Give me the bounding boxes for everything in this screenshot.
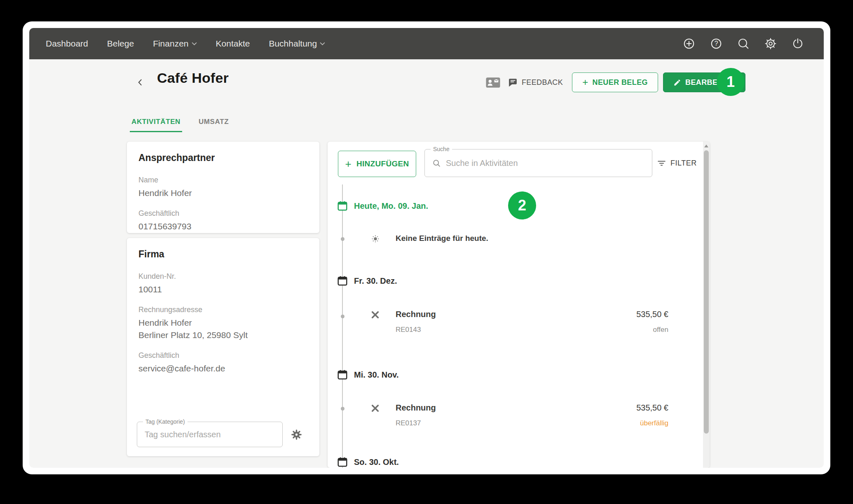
search-icon[interactable] xyxy=(737,37,750,50)
pencil-icon xyxy=(673,79,681,86)
activities-panel: + HINZUFÜGEN Suche FILTER Heute, Mo. 09.… xyxy=(328,142,710,468)
field-billing-address: Rechnungsadresse Hendrik Hofer Berliner … xyxy=(138,306,308,341)
nav-icon-group: ? xyxy=(683,37,824,50)
tab-aktivitaeten[interactable]: AKTIVITÄTEN xyxy=(130,115,182,132)
nav-label: Dashboard xyxy=(46,39,88,49)
top-navbar: Dashboard Belege Finanzen Kontakte Buchh… xyxy=(29,28,824,59)
tag-row: Tag (Kategorie) xyxy=(137,422,309,447)
search-field-label: Suche xyxy=(431,146,452,152)
power-icon[interactable] xyxy=(792,37,804,50)
filter-icon xyxy=(657,159,666,168)
calendar-icon xyxy=(337,456,348,468)
filter-button[interactable]: FILTER xyxy=(657,149,697,177)
field-label: Rechnungsadresse xyxy=(138,306,308,314)
filter-label: FILTER xyxy=(670,159,697,168)
scrollbar-thumb[interactable] xyxy=(704,150,709,434)
field-label: Kunden-Nr. xyxy=(138,272,308,281)
back-button[interactable] xyxy=(133,75,147,89)
chevron-down-icon xyxy=(320,42,325,45)
field-value: 10011 xyxy=(138,283,308,296)
timeline-date: Heute, Mo. 09. Jan. xyxy=(354,201,428,211)
nav-label: Finanzen xyxy=(153,39,188,49)
timeline-date: Mi. 30. Nov. xyxy=(354,370,399,380)
nav-label: Belege xyxy=(107,39,134,49)
invoice-amount: 535,50 € xyxy=(636,403,668,413)
nav-label: Buchhaltung xyxy=(269,39,317,49)
nav-item-kontakte[interactable]: Kontakte xyxy=(216,39,250,49)
new-receipt-label: NEUER BELEG xyxy=(593,78,648,87)
nav-item-belege[interactable]: Belege xyxy=(107,39,134,49)
tag-input[interactable] xyxy=(137,430,282,439)
invoice-title[interactable]: Rechnung xyxy=(396,403,436,413)
timeline-dot xyxy=(341,315,344,318)
contact-card-icon[interactable] xyxy=(486,77,500,88)
tab-umsatz[interactable]: UMSATZ xyxy=(197,115,230,132)
chat-icon xyxy=(508,77,518,88)
sun-icon xyxy=(370,233,381,244)
field-value: 01715639793 xyxy=(138,220,308,233)
tab-bar: AKTIVITÄTEN UMSATZ xyxy=(130,115,230,132)
feedback-label: FEEDBACK xyxy=(522,78,563,87)
chevron-left-icon xyxy=(137,79,144,86)
timeline-dot xyxy=(341,237,344,241)
timeline-line xyxy=(342,184,343,468)
invoice-number: RE0143 xyxy=(396,326,421,334)
annotation-badge-2: 2 xyxy=(508,191,536,219)
tag-fieldset: Tag (Kategorie) xyxy=(137,422,283,447)
nav-item-dashboard[interactable]: Dashboard xyxy=(46,39,88,49)
page-content: Café Hofer FEEDBACK + NEUER BELEG BEARBE… xyxy=(29,59,824,468)
add-activity-button[interactable]: + HINZUFÜGEN xyxy=(338,151,416,177)
plus-icon: + xyxy=(345,158,351,170)
nav-item-finanzen[interactable]: Finanzen xyxy=(153,39,197,49)
timeline-date: So. 30. Okt. xyxy=(354,457,399,467)
activity-search-input[interactable] xyxy=(446,159,652,168)
new-receipt-button[interactable]: + NEUER BELEG xyxy=(572,72,658,92)
add-icon[interactable] xyxy=(683,37,695,50)
card-title: Ansprechpartner xyxy=(138,152,308,163)
tag-settings-gear-icon[interactable] xyxy=(291,429,302,440)
field-value: service@cafe-hofer.de xyxy=(138,362,308,375)
field-value-line2: Berliner Platz 10, 25980 Sylt xyxy=(138,329,308,341)
app-window: Dashboard Belege Finanzen Kontakte Buchh… xyxy=(23,21,830,474)
help-icon[interactable]: ? xyxy=(710,37,722,50)
field-phone: Geschäftlich 01715639793 xyxy=(138,209,308,233)
tag-field-label: Tag (Kategorie) xyxy=(143,418,187,425)
field-value: Hendrik Hofer xyxy=(138,187,308,199)
invoice-status: offen xyxy=(653,326,668,334)
invoice-number: RE0137 xyxy=(396,419,421,427)
field-label: Geschäftlich xyxy=(138,351,308,360)
feedback-button[interactable]: FEEDBACK xyxy=(508,77,563,88)
x-icon xyxy=(370,403,380,413)
scrollbar-up-arrow[interactable] xyxy=(704,145,708,147)
field-business-email: Geschäftlich service@cafe-hofer.de xyxy=(138,351,308,375)
page-title: Café Hofer xyxy=(157,70,229,86)
nav-item-buchhaltung[interactable]: Buchhaltung xyxy=(269,39,325,49)
card-title: Firma xyxy=(138,249,308,260)
settings-icon[interactable] xyxy=(764,37,777,50)
company-card: Firma Kunden-Nr. 10011 Rechnungsadresse … xyxy=(127,238,319,456)
timeline-dot xyxy=(341,407,344,411)
empty-entries-text: Keine Einträge für heute. xyxy=(396,234,488,243)
invoice-title[interactable]: Rechnung xyxy=(396,310,436,319)
field-name: Name Hendrik Hofer xyxy=(138,176,308,199)
plus-icon: + xyxy=(582,77,588,88)
x-icon xyxy=(370,310,380,320)
field-label: Geschäftlich xyxy=(138,209,308,218)
add-activity-label: HINZUFÜGEN xyxy=(356,159,409,168)
calendar-icon xyxy=(337,369,348,380)
invoice-status: überfällig xyxy=(640,419,668,427)
field-customer-number: Kunden-Nr. 10011 xyxy=(138,272,308,296)
header-actions: FEEDBACK + NEUER BELEG BEARBEITEN xyxy=(486,71,745,94)
chevron-down-icon xyxy=(192,42,197,45)
calendar-icon xyxy=(337,200,348,212)
nav-label: Kontakte xyxy=(216,39,250,49)
field-value-line1: Hendrik Hofer xyxy=(138,317,308,329)
field-label: Name xyxy=(138,176,308,184)
search-icon xyxy=(425,159,446,168)
invoice-amount: 535,50 € xyxy=(636,310,668,319)
calendar-icon xyxy=(337,275,348,287)
nav-menu: Dashboard Belege Finanzen Kontakte Buchh… xyxy=(29,39,325,49)
annotation-badge-1: 1 xyxy=(717,68,745,96)
activities-scrollbar xyxy=(703,142,710,468)
timeline-date: Fr. 30. Dez. xyxy=(354,276,397,286)
